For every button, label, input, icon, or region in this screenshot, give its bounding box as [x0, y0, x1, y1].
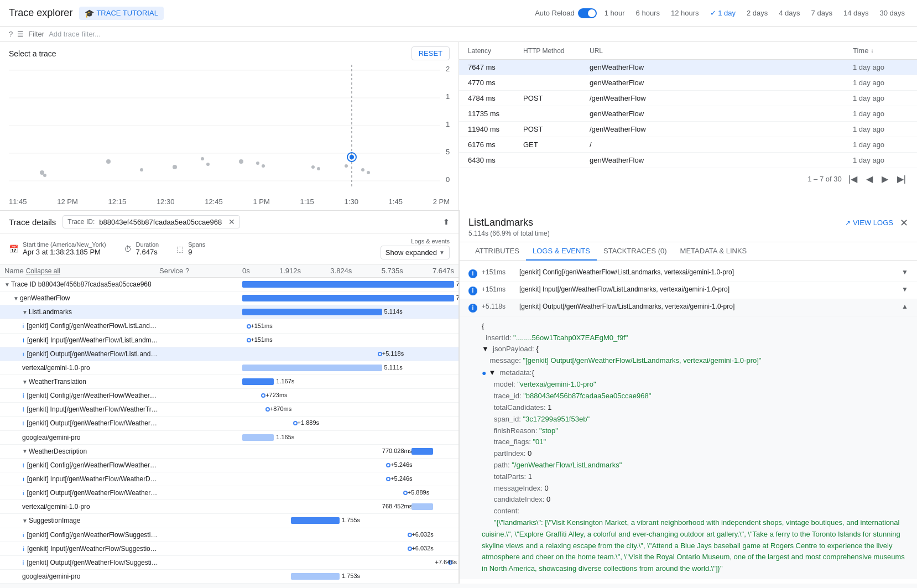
span-row[interactable]: googleai/gemini-pro 1.165s: [0, 431, 459, 445]
detail-actions: ↗ VIEW LOGS ✕: [845, 217, 908, 229]
span-col-timeline: 0s 1.912s 3.824s 5.735s 7.647s: [242, 267, 454, 275]
collapse-all-button[interactable]: Collapse all: [26, 267, 60, 275]
span-row[interactable]: i [genkit] Config[/genWeatherFlow/ListLa…: [0, 319, 459, 333]
collapse-panel-icon[interactable]: ⬆: [443, 217, 450, 226]
table-row[interactable]: 11735 ms genWeatherFlow 1 day ago: [459, 106, 917, 122]
time-btn-4d[interactable]: 4 days: [775, 7, 803, 19]
timeline-7647: 7.647s: [433, 267, 454, 275]
time-btn-6h[interactable]: 6 hours: [633, 7, 663, 19]
expand-icon[interactable]: ▼: [22, 448, 28, 454]
table-row[interactable]: 6430 ms genWeatherFlow 1 day ago: [459, 153, 917, 168]
span-row[interactable]: ▼ genWeatherFlow 7.647s: [0, 292, 459, 305]
table-row[interactable]: 4770 ms genWeatherFlow 1 day ago: [459, 75, 917, 91]
svg-point-11: [40, 170, 44, 175]
log-collapse-chevron[interactable]: ▲: [902, 303, 908, 310]
expand-icon[interactable]: ▼: [22, 518, 28, 524]
span-row[interactable]: i [genkit] Input[/genWeatherFlow/Suggest…: [0, 542, 459, 556]
time-btn-7d[interactable]: 7 days: [808, 7, 836, 19]
trace-details-header: Trace details Trace ID: b88043ef456b87fc…: [0, 211, 459, 233]
table-row[interactable]: 6176 ms GET / 1 day ago: [459, 137, 917, 153]
span-row[interactable]: i [genkit] Input[/genWeatherFlow/ListLan…: [0, 334, 459, 347]
log-expanded-content: { insertId: "........56ow1Tcahp0X7EAEgM0…: [460, 316, 917, 579]
tutorial-badge[interactable]: 🎓 TRACE TUTORIAL: [79, 7, 163, 20]
tab-stacktraces[interactable]: STACKTRACES (0): [597, 242, 674, 261]
next-page-button[interactable]: ▶: [879, 173, 890, 185]
span-row[interactable]: ▼ WeatherTranslation 1.167s: [0, 375, 459, 389]
span-name-cell: googleai/gemini-pro: [4, 573, 159, 580]
span-row[interactable]: ▼ Trace ID b88043ef456b87fcadaa5ea05ccae…: [0, 278, 459, 292]
log-event-3[interactable]: i +5.118s [genkit] Output[/genWeatherFlo…: [460, 299, 917, 316]
close-detail-button[interactable]: ✕: [900, 217, 908, 229]
span-row[interactable]: i [genkit] Output[/genWeatherFlow/Weathe…: [0, 417, 459, 430]
filter-input[interactable]: Add trace filter...: [49, 30, 101, 38]
expand-icon[interactable]: ▼: [13, 295, 19, 301]
cell-latency: 7647 ms: [468, 63, 523, 71]
span-row[interactable]: ▼ ListLandmarks 5.114s: [0, 305, 459, 319]
last-page-button[interactable]: ▶|: [895, 173, 908, 185]
span-row[interactable]: i [genkit] Output[/genWeatherFlow/Weathe…: [0, 486, 459, 500]
tab-logs-events[interactable]: LOGS & EVENTS: [526, 242, 597, 261]
log-expand-chevron[interactable]: ▼: [902, 285, 908, 293]
tab-attributes[interactable]: ATTRIBUTES: [468, 242, 526, 261]
expanded-line: message: "[genkit] Output[/genWeatherFlo…: [482, 355, 908, 367]
timeline-3824: 3.824s: [330, 267, 352, 275]
span-row[interactable]: i [genkit] Config[/genWeatherFlow/Sugges…: [0, 528, 459, 542]
cell-latency: 11940 ms: [468, 125, 523, 133]
span-row[interactable]: i [genkit] Config[/genWeatherFlow/Weathe…: [0, 459, 459, 472]
log-event-1[interactable]: i +151ms [genkit] Config[/genWeatherFlow…: [460, 265, 917, 282]
cell-url: genWeatherFlow: [590, 63, 853, 71]
span-row[interactable]: i [genkit] Config[/genWeatherFlow/Weathe…: [0, 389, 459, 403]
log-expand-chevron[interactable]: ▼: [902, 268, 908, 276]
sort-icon[interactable]: ↓: [871, 48, 873, 54]
close-trace-id-button[interactable]: ✕: [228, 217, 235, 226]
span-label: 1.165s: [276, 434, 294, 440]
trace-table: Latency HTTP Method URL Time ↓ 7647 ms g…: [459, 42, 917, 210]
auto-reload-toggle[interactable]: [578, 8, 597, 18]
expand-icon[interactable]: ▼: [22, 309, 28, 315]
span-row[interactable]: ▼ SuggestionImage 1.755s: [0, 514, 459, 528]
svg-point-20: [262, 164, 265, 168]
table-row[interactable]: 4784 ms POST /genWeatherFlow 1 day ago: [459, 91, 917, 106]
svg-point-25: [367, 171, 370, 174]
span-name-cell: i [genkit] Input[/genWeatherFlow/ListLan…: [4, 336, 159, 344]
chart-x-labels: 11:45 12 PM 12:15 12:30 12:45 1 PM 1:15 …: [0, 197, 459, 206]
cell-url: genWeatherFlow: [590, 156, 853, 164]
span-table: ▼ Trace ID b88043ef456b87fcadaa5ea05ccae…: [0, 278, 459, 584]
view-logs-button[interactable]: ↗ VIEW LOGS: [845, 218, 893, 227]
span-row[interactable]: i [genkit] Output[/genWeatherFlow/ListLa…: [0, 347, 459, 361]
expand-icon[interactable]: ▼: [4, 282, 10, 288]
span-row[interactable]: googleai/gemini-pro 1.753s: [0, 570, 459, 584]
span-row[interactable]: i [genkit] Input[/genWeatherFlow/Weather…: [0, 403, 459, 417]
time-btn-14d[interactable]: 14 days: [840, 7, 872, 19]
tab-metadata-links[interactable]: METADATA & LINKS: [674, 242, 754, 261]
time-btn-1d[interactable]: ✓ 1 day: [707, 7, 739, 19]
span-row[interactable]: i [genkit] Output[/genWeatherFlow/Sugges…: [0, 556, 459, 570]
span-row[interactable]: vertexai/gemini-1.0-pro 768.452ms: [0, 500, 459, 514]
table-header: Latency HTTP Method URL Time ↓: [459, 42, 917, 60]
log-event-2[interactable]: i +151ms [genkit] Input[/genWeatherFlow/…: [460, 282, 917, 299]
time-btn-1h[interactable]: 1 hour: [601, 7, 628, 19]
first-page-button[interactable]: |◀: [846, 173, 859, 185]
table-row[interactable]: 7647 ms genWeatherFlow 1 day ago: [459, 60, 917, 75]
expand-icon[interactable]: ▼: [22, 379, 28, 385]
service-help-icon[interactable]: ?: [185, 267, 189, 275]
meta-start-time: 📅 Start time (America/New_York) Apr 3 at…: [9, 241, 106, 256]
info-icon: i: [21, 476, 26, 482]
main-area: Select a trace RESET 20s 15s 10s 5s 0: [0, 42, 917, 584]
time-btn-30d[interactable]: 30 days: [876, 7, 908, 19]
span-timeline-cell: 5.114s: [242, 306, 454, 318]
logs-events-control: Logs & events Show expanded ▼: [381, 238, 450, 259]
span-row[interactable]: vertexai/gemini-1.0-pro 5.111s: [0, 361, 459, 375]
span-name-text: [genkit] Input[/genWeatherFlow/Suggestio…: [27, 545, 159, 553]
span-row[interactable]: i [genkit] Input[/genWeatherFlow/Weather…: [0, 472, 459, 486]
info-icon: i: [21, 545, 26, 552]
reset-button[interactable]: RESET: [411, 46, 450, 60]
span-name-cell: i [genkit] Input[/genWeatherFlow/Weather…: [4, 405, 159, 413]
prev-page-button[interactable]: ◀: [864, 173, 875, 185]
time-btn-2d[interactable]: 2 days: [743, 7, 771, 19]
span-row[interactable]: ▼ WeatherDescription 770.028ms: [0, 445, 459, 459]
time-btn-12h[interactable]: 12 hours: [668, 7, 702, 19]
trace-details-title: Trace details: [9, 217, 56, 227]
table-row[interactable]: 11940 ms POST /genWeatherFlow 1 day ago: [459, 122, 917, 137]
logs-select[interactable]: Show expanded ▼: [381, 246, 450, 259]
